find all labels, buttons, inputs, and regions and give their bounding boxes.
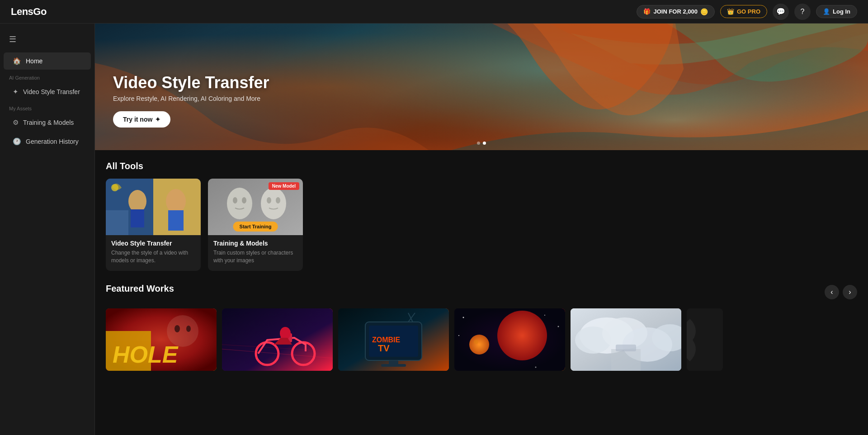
svg-point-17 — [276, 197, 280, 203]
svg-point-21 — [167, 315, 198, 347]
sidebar: ☰ 🏠 Home AI Generation ✦ Video Style Tra… — [0, 24, 95, 435]
svg-rect-55 — [611, 349, 641, 371]
tool-card-image-video-style — [106, 179, 201, 235]
svg-text:TV: TV — [378, 343, 390, 353]
logo: LensGo — [11, 6, 47, 18]
sidebar-home-label: Home — [26, 57, 42, 65]
featured-next-button[interactable]: › — [843, 285, 857, 299]
sidebar-video-style-label: Video Style Transfer — [23, 88, 80, 95]
featured-item-zombie-tv[interactable]: ZOMBIE TV — [338, 308, 449, 371]
svg-rect-37 — [381, 364, 406, 367]
login-button[interactable]: 👤 Log In — [816, 5, 857, 18]
all-tools-title: All Tools — [106, 161, 857, 171]
tool-card-desc-video-style: Change the style of a video with models … — [111, 249, 195, 265]
tool-card-video-style-transfer[interactable]: Video Style Transfer Change the style of… — [106, 179, 201, 271]
svg-point-48 — [535, 366, 537, 368]
svg-text:HOLE: HOLE — [113, 341, 179, 368]
tool-card-body-training: Training & Models Train custom styles or… — [208, 235, 303, 271]
discord-button[interactable]: 💬 — [773, 4, 789, 20]
menu-toggle-button[interactable]: ☰ — [0, 31, 94, 48]
featured-item-cloud[interactable] — [571, 308, 681, 371]
cta-icon: ✦ — [155, 116, 160, 123]
featured-item-space[interactable] — [454, 308, 565, 371]
hero-content: Video Style Transfer Explore Restyle, AI… — [113, 73, 269, 128]
crown-icon: 👑 — [727, 8, 734, 15]
sidebar-item-video-style-transfer[interactable]: ✦ Video Style Transfer — [4, 83, 91, 100]
featured-prev-button[interactable]: ‹ — [825, 285, 839, 299]
main-content: Video Style Transfer Explore Restyle, AI… — [95, 24, 868, 435]
login-label: Log In — [833, 8, 850, 15]
svg-rect-4 — [106, 210, 128, 235]
svg-text:ZOMBIE: ZOMBIE — [372, 336, 401, 344]
history-icon: 🕐 — [13, 137, 21, 146]
hero-banner: Video Style Transfer Explore Restyle, AI… — [95, 24, 868, 150]
tool-card-desc-training: Train custom styles or characters with y… — [213, 249, 297, 265]
featured-item-hole[interactable]: HOLE — [106, 308, 217, 371]
hero-dots — [477, 142, 486, 145]
svg-point-13 — [233, 197, 237, 203]
sidebar-item-home[interactable]: 🏠 Home — [4, 52, 91, 70]
svg-rect-56 — [616, 345, 636, 351]
tool-card-title-training: Training & Models — [213, 240, 297, 247]
tool-card-body-video-style: Video Style Transfer Change the style of… — [106, 235, 201, 271]
header-right: 🎁 JOIN FOR 2,000 🪙 👑 GO PRO 💬 ? 👤 Log In — [637, 4, 857, 20]
coin-icon: 🪙 — [700, 8, 708, 15]
tools-grid: Video Style Transfer Change the style of… — [106, 179, 857, 271]
layout: ☰ 🏠 Home AI Generation ✦ Video Style Tra… — [0, 24, 868, 435]
svg-point-16 — [267, 197, 271, 203]
svg-point-5 — [128, 190, 146, 213]
home-icon: 🏠 — [13, 57, 21, 65]
svg-point-41 — [497, 311, 547, 360]
join-label: JOIN FOR 2,000 — [653, 8, 698, 15]
svg-point-45 — [544, 315, 545, 316]
hero-dot-2[interactable] — [483, 142, 486, 145]
user-icon: 👤 — [823, 8, 830, 15]
svg-rect-9 — [168, 210, 184, 231]
all-tools-section: All Tools — [95, 150, 868, 382]
start-training-action[interactable]: Start Training — [233, 222, 278, 232]
ai-generation-section-label: AI Generation — [0, 71, 94, 82]
svg-point-42 — [469, 335, 489, 355]
svg-point-23 — [186, 326, 191, 332]
tool-card-image-training: New Model Start Training — [208, 179, 303, 235]
featured-nav: ‹ › — [825, 285, 857, 299]
svg-point-47 — [458, 335, 459, 336]
featured-grid: HOLE — [106, 308, 857, 371]
svg-point-8 — [166, 189, 186, 213]
go-pro-button[interactable]: 👑 GO PRO — [720, 5, 767, 18]
sidebar-item-training-models[interactable]: ⚙ Training & Models — [4, 114, 91, 131]
sidebar-item-generation-history[interactable]: 🕐 Generation History — [4, 133, 91, 150]
hero-cta-button[interactable]: Try it now ✦ — [113, 111, 170, 128]
hero-title: Video Style Transfer — [113, 73, 269, 92]
new-model-badge: New Model — [269, 182, 299, 190]
svg-point-44 — [463, 317, 464, 318]
featured-item-partial[interactable] — [687, 308, 723, 371]
tool-card-title-video-style: Video Style Transfer — [111, 240, 195, 247]
my-assets-section-label: My Assets — [0, 101, 94, 113]
help-icon: ? — [801, 8, 805, 16]
svg-point-15 — [261, 188, 286, 219]
svg-point-43 — [474, 340, 478, 344]
featured-item-moto[interactable] — [222, 308, 333, 371]
hero-subtitle: Explore Restyle, AI Rendering, AI Colori… — [113, 95, 269, 102]
hero-dot-1[interactable] — [477, 142, 480, 145]
help-button[interactable]: ? — [794, 4, 811, 20]
svg-rect-6 — [131, 209, 144, 227]
sidebar-training-label: Training & Models — [23, 119, 74, 126]
sidebar-history-label: Generation History — [26, 138, 79, 145]
featured-works-section: Featured Works ‹ › — [106, 284, 857, 371]
header: LensGo 🎁 JOIN FOR 2,000 🪙 👑 GO PRO 💬 ? 👤… — [0, 0, 868, 24]
featured-header: Featured Works ‹ › — [106, 284, 857, 301]
pro-label: GO PRO — [737, 8, 760, 15]
svg-point-14 — [242, 197, 246, 203]
discord-icon: 💬 — [776, 7, 785, 16]
featured-title: Featured Works — [106, 284, 174, 294]
cta-label: Try it now — [123, 116, 152, 123]
tool-card-training-models[interactable]: New Model Start Training Training & Mode… — [208, 179, 303, 271]
svg-point-22 — [175, 325, 180, 332]
svg-point-12 — [227, 188, 252, 219]
video-style-icon: ✦ — [13, 88, 19, 96]
join-button[interactable]: 🎁 JOIN FOR 2,000 🪙 — [637, 5, 715, 19]
svg-point-28 — [280, 327, 291, 340]
training-icon: ⚙ — [13, 118, 19, 127]
